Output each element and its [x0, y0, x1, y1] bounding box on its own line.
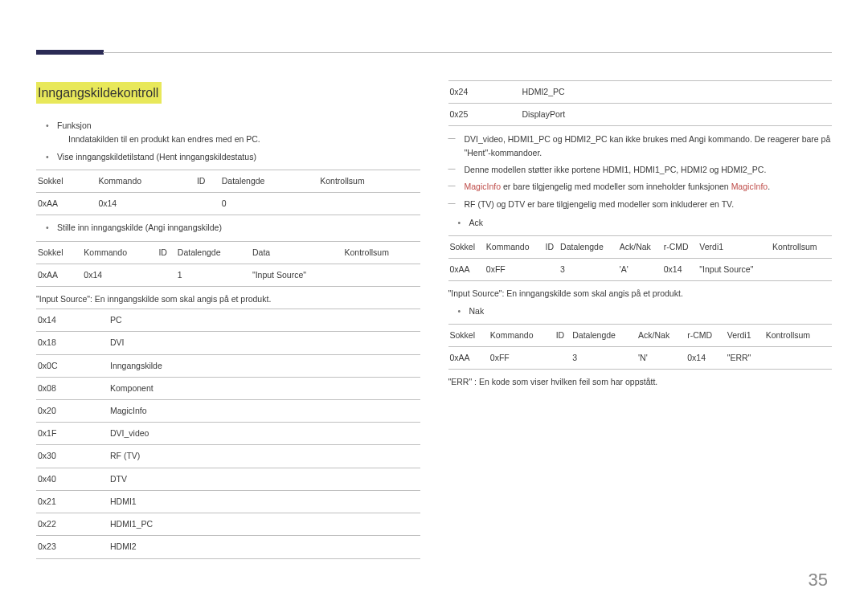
table-row: 0x40DTV — [36, 468, 420, 490]
td: 3 — [559, 259, 618, 281]
dash-note: MagicInfo er bare tilgjengelig med model… — [448, 180, 833, 193]
td: 0x21 — [36, 490, 108, 513]
th: Sokkel — [36, 170, 96, 192]
td: HDMI2_PC — [521, 81, 833, 104]
th: Sokkel — [36, 241, 82, 264]
td: 0x20 — [36, 400, 108, 423]
td: RF (TV) — [108, 445, 420, 468]
table-row: 0xAA 0xFF 3 'A' 0x14 "Input Source" — [448, 259, 833, 281]
set-source-table: Sokkel Kommando ID Datalengde Data Kontr… — [36, 241, 420, 287]
input-source-note: "Input Source": En inngangskilde som ska… — [36, 293, 420, 305]
bullet-label: Funksjon — [57, 121, 92, 130]
td: 0 — [220, 193, 319, 215]
td: Komponent — [108, 377, 420, 399]
bullet-stille-inn: Stille inn inngangskilde (Angi inngangsk… — [46, 222, 420, 234]
td — [157, 264, 175, 286]
td: 'N' — [637, 347, 686, 370]
td: 0x14 — [686, 347, 726, 370]
td: DVI_video — [108, 423, 420, 445]
text: er bare tilgjengelig med modeller som in… — [501, 182, 731, 191]
td — [343, 264, 420, 286]
td: DTV — [108, 468, 420, 490]
th: Kommando — [82, 241, 157, 264]
td: 'A' — [618, 259, 662, 281]
td — [318, 193, 420, 215]
td: 0xFF — [485, 259, 544, 281]
td — [764, 347, 832, 370]
dash-note: RF (TV) og DTV er bare tilgjengelig med … — [448, 198, 833, 210]
table-row: 0x21HDMI1 — [36, 490, 420, 513]
th: Datalengde — [176, 241, 251, 264]
bullet-funksjon: Funksjon Inndatakilden til en produkt ka… — [46, 120, 420, 145]
td — [544, 259, 559, 281]
td: 0x24 — [448, 81, 521, 104]
th: Datalengde — [571, 324, 637, 346]
input-source-note-2: "Input Source": En inngangskilde som ska… — [448, 288, 833, 300]
td: 0x14 — [96, 193, 195, 215]
th: Verdi1 — [726, 324, 764, 346]
th: Sokkel — [448, 324, 489, 346]
td: 0xAA — [448, 347, 489, 370]
th: ID — [157, 241, 175, 264]
page-container: Inngangskildekontroll Funksjon Inndataki… — [0, 0, 868, 613]
th: ID — [195, 170, 220, 192]
td: DisplayPort — [521, 104, 833, 126]
td: 0x1F — [36, 423, 108, 445]
td — [195, 193, 220, 215]
table-row: 0x25DisplayPort — [448, 104, 833, 126]
th: ID — [555, 324, 571, 346]
th: Data — [251, 241, 343, 264]
td: 0x0C — [36, 354, 108, 377]
th: Datalengde — [559, 235, 618, 258]
td: 0xAA — [448, 259, 485, 281]
td: 0x22 — [36, 513, 108, 536]
td — [555, 347, 571, 370]
td: Inngangskilde — [108, 354, 420, 377]
table-row: 0x1FDVI_video — [36, 423, 420, 445]
source-codes-table: 0x14PC0x18DVI0x0CInngangskilde0x08Kompon… — [36, 309, 420, 558]
dash-note: DVI_video, HDMI1_PC og HDMI2_PC kan ikke… — [448, 133, 833, 159]
td: 0x08 — [36, 377, 108, 399]
td: DVI — [108, 332, 420, 354]
td: 0x14 — [82, 264, 157, 286]
th: Verdi1 — [698, 235, 771, 258]
td: HDMI1 — [108, 490, 420, 513]
header-accent-bar — [36, 50, 104, 55]
two-column-layout: Inngangskildekontroll Funksjon Inndataki… — [36, 72, 832, 566]
section-title: Inngangskildekontroll — [36, 82, 162, 104]
nak-table: Sokkel Kommando ID Datalengde Ack/Nak r-… — [448, 324, 833, 370]
table-row: 0x30RF (TV) — [36, 445, 420, 468]
th: r-CMD — [662, 235, 698, 258]
dash-note: Denne modellen støtter ikke portene HDMI… — [448, 163, 833, 176]
th: Kontrollsum — [771, 235, 832, 258]
td — [771, 259, 832, 281]
table-row: 0xAA 0x14 1 "Input Source" — [36, 264, 420, 286]
th: Datalengde — [220, 170, 319, 192]
td: MagicInfo — [108, 400, 420, 423]
table-row: 0x14PC — [36, 309, 420, 332]
table-row: 0xAA 0xFF 3 'N' 0x14 "ERR" — [448, 347, 833, 370]
td: HDMI2 — [108, 536, 420, 558]
bullet-nak: Nak — [458, 305, 833, 317]
magicinfo-highlight: MagicInfo — [465, 182, 502, 191]
td: PC — [108, 309, 420, 332]
th: Kontrollsum — [318, 170, 420, 192]
td: "Input Source" — [698, 259, 771, 281]
td: 0x40 — [36, 468, 108, 490]
td: 0x14 — [662, 259, 698, 281]
err-note: "ERR" : En kode som viser hvilken feil s… — [448, 376, 833, 388]
dash-notes: DVI_video, HDMI1_PC og HDMI2_PC kan ikke… — [448, 133, 833, 210]
page-number: 35 — [809, 567, 828, 593]
td: "ERR" — [726, 347, 764, 370]
td: 0x30 — [36, 445, 108, 468]
table-row: 0x24HDMI2_PC — [448, 81, 833, 104]
th: ID — [544, 235, 559, 258]
ack-table: Sokkel Kommando ID Datalengde Ack/Nak r-… — [448, 235, 833, 281]
td: 0x18 — [36, 332, 108, 354]
td: 0xAA — [36, 193, 96, 215]
table-row: 0x18DVI — [36, 332, 420, 354]
th: Kontrollsum — [343, 241, 420, 264]
th: Ack/Nak — [618, 235, 662, 258]
header-rule — [103, 52, 832, 53]
td: 0xFF — [489, 347, 555, 370]
